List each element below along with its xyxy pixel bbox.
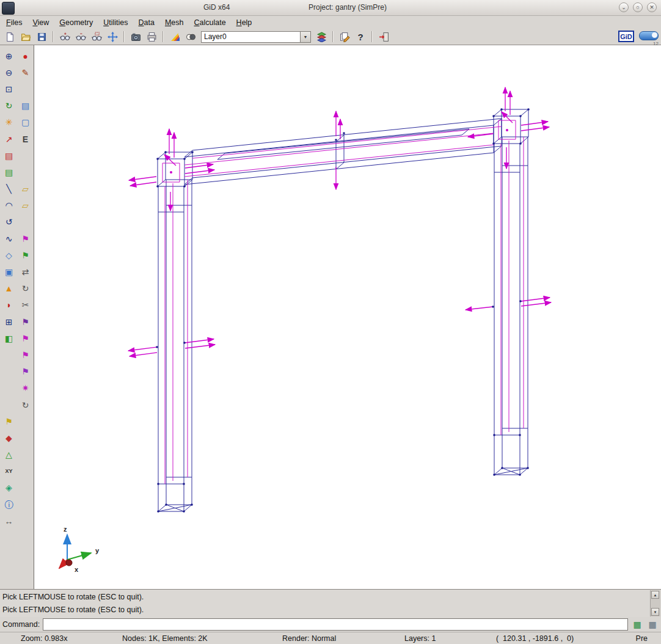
- print-button[interactable]: [144, 30, 159, 43]
- selection-box-icon[interactable]: ▢: [18, 115, 33, 130]
- spacer: [18, 148, 33, 163]
- zoom-out-button[interactable]: [73, 30, 88, 43]
- rotate-copy-icon[interactable]: ↻: [18, 398, 33, 412]
- minimize-button[interactable]: ⌄: [619, 2, 629, 12]
- flag-yellow-icon[interactable]: ⚑: [2, 414, 16, 429]
- main-area: ⊕ ● ⊖ ✎ ⊡ ↻ ▤ ✳ ▢ ↗ E: [0, 45, 661, 589]
- command-input[interactable]: [43, 618, 628, 631]
- layers-front-icon[interactable]: ▤: [2, 148, 16, 163]
- star-burst-icon[interactable]: ✷: [18, 381, 33, 395]
- render-mode-button[interactable]: [167, 30, 182, 43]
- zoom-status: Zoom: 0.983x: [21, 634, 67, 643]
- help-button[interactable]: ?: [353, 30, 368, 43]
- arc-tool-icon[interactable]: ◠: [2, 198, 16, 213]
- flags-pair-icon[interactable]: ⚑: [18, 364, 33, 379]
- quit-button[interactable]: [376, 30, 391, 43]
- page-setup-button[interactable]: [337, 30, 352, 43]
- close-button[interactable]: ✕: [647, 2, 657, 12]
- flag-magenta2-icon[interactable]: ⚑: [18, 331, 33, 346]
- zoom-out-icon[interactable]: ⊖: [2, 65, 16, 80]
- toolbar-separator: [53, 31, 54, 42]
- spacer: [2, 348, 16, 362]
- save-project-button[interactable]: [34, 30, 49, 43]
- zoom-in-glasses-icon: [60, 32, 70, 42]
- spacer: [18, 464, 33, 478]
- layers-back-icon[interactable]: ▤: [2, 165, 16, 180]
- menu-item[interactable]: Geometry: [59, 18, 93, 27]
- rotate-tool-icon[interactable]: ↻: [18, 281, 33, 296]
- folder-export-icon[interactable]: ▱: [18, 198, 33, 213]
- viewport-canvas[interactable]: .arrows path{marker-end:url(#mh);}: [34, 45, 661, 589]
- volume-tool-icon[interactable]: ▲: [2, 281, 16, 296]
- quad-surface-icon[interactable]: ◧: [2, 331, 16, 346]
- gid-logo-button[interactable]: GiD: [618, 31, 634, 42]
- scroll-down-icon[interactable]: ▼: [651, 608, 659, 616]
- menu-item[interactable]: Data: [138, 18, 154, 27]
- zoom-out-glasses-icon: [76, 32, 86, 42]
- polyline-tool-icon[interactable]: ∿: [2, 232, 16, 246]
- spline-tool-icon[interactable]: ↺: [2, 214, 16, 229]
- redraw-icon[interactable]: ↻: [2, 98, 16, 113]
- spacer: [18, 214, 33, 229]
- record-point-icon[interactable]: ●: [18, 49, 33, 64]
- layer-select[interactable]: Layer0 ▼: [201, 31, 311, 43]
- zoom-frame-icon[interactable]: ⊡: [2, 82, 16, 97]
- message-scrollbar[interactable]: ▲ ▼: [650, 590, 660, 617]
- snapshot-button[interactable]: [128, 30, 143, 43]
- theme-toggle[interactable]: [639, 31, 659, 40]
- swap-arrows-icon[interactable]: ⇄: [18, 265, 33, 279]
- info-icon[interactable]: ⓘ: [2, 497, 16, 512]
- contact-tool-icon[interactable]: ◗: [2, 298, 16, 312]
- menu-item[interactable]: Calculate: [194, 18, 225, 27]
- spacer: [18, 431, 33, 445]
- diamond-red-icon[interactable]: ◆: [2, 431, 16, 445]
- scissors-icon[interactable]: ✂: [18, 298, 33, 312]
- pan-button[interactable]: [105, 30, 120, 43]
- label-toggle-icon[interactable]: E: [18, 132, 33, 147]
- line-tool-icon[interactable]: ╲: [2, 181, 16, 196]
- measure-triangle-icon[interactable]: △: [2, 447, 16, 462]
- render-status[interactable]: Render: Normal: [282, 634, 336, 643]
- window-layout-button[interactable]: ▦: [646, 618, 659, 631]
- dimension-icon[interactable]: ↔: [2, 514, 16, 529]
- nurbs-surface-icon[interactable]: ◇: [2, 248, 16, 263]
- xy-plane-icon[interactable]: XY: [2, 464, 16, 478]
- menu-item[interactable]: Utilities: [103, 18, 128, 27]
- mode-status[interactable]: Pre: [636, 634, 648, 643]
- mesh-cube-icon[interactable]: ⊞: [2, 315, 16, 329]
- sheet-icon[interactable]: ▤: [18, 98, 33, 113]
- render-burst-icon[interactable]: ✳: [2, 115, 16, 130]
- menu-item[interactable]: Help: [236, 18, 252, 27]
- diamond-multi-icon[interactable]: ◈: [2, 480, 16, 495]
- menu-item[interactable]: Files: [6, 18, 22, 27]
- layers-status[interactable]: Layers: 1: [404, 634, 436, 643]
- folder-import-icon[interactable]: ▱: [18, 181, 33, 196]
- open-project-button[interactable]: [18, 30, 33, 43]
- pointer-arrow-icon[interactable]: ↗: [2, 132, 16, 147]
- edit-pencil-icon[interactable]: ✎: [18, 65, 33, 80]
- new-project-button[interactable]: [2, 30, 17, 43]
- flag-green-icon[interactable]: ⚑: [18, 248, 33, 263]
- toolbars-grid-button[interactable]: ▦: [631, 618, 643, 631]
- command-row: Command: ▦ ▦: [0, 617, 661, 632]
- flag-magenta-icon[interactable]: ⚑: [18, 232, 33, 246]
- spacer: [18, 165, 33, 180]
- zoom-in-icon[interactable]: ⊕: [2, 49, 16, 64]
- mesh-counts-status: Nodes: 1K, Elements: 2K: [122, 634, 208, 643]
- layers-window-button[interactable]: [314, 30, 329, 43]
- cube-tool-icon[interactable]: ▣: [2, 265, 16, 279]
- menu-item[interactable]: View: [32, 18, 49, 27]
- flag-purple-icon[interactable]: ⚑: [18, 315, 33, 329]
- maximize-button[interactable]: ○: [633, 2, 643, 12]
- scroll-up-icon[interactable]: ▲: [651, 591, 659, 599]
- zoom-frame-button[interactable]: [89, 30, 104, 43]
- light-toggle-button[interactable]: [183, 30, 198, 43]
- spacer: [2, 364, 16, 379]
- chevron-down-icon[interactable]: ▼: [300, 32, 310, 42]
- message-line: Pick LEFTMOUSE to rotate (ESC to quit).: [2, 604, 649, 617]
- zoom-in-button[interactable]: [57, 30, 72, 43]
- axis-label-z: z: [64, 525, 67, 533]
- menu-item[interactable]: Mesh: [165, 18, 184, 27]
- node-dots: [156, 108, 530, 513]
- flag-magenta3-icon[interactable]: ⚑: [18, 348, 33, 362]
